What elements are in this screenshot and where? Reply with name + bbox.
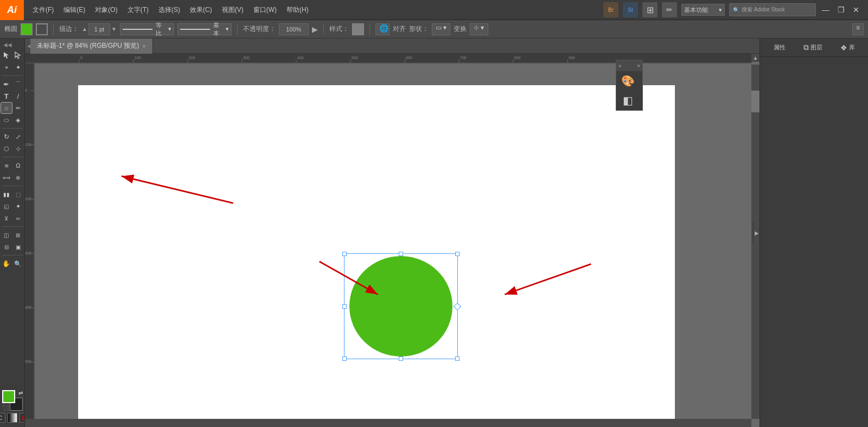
minimize-button[interactable]: — <box>820 4 831 15</box>
opacity-input[interactable] <box>279 23 309 35</box>
document-tab[interactable]: 未标题-1* @ 84% (RGB/GPU 预览) × <box>30 39 153 54</box>
artboard[interactable] <box>78 85 675 419</box>
menu-file[interactable]: 文件(F) <box>28 3 58 17</box>
workspace-dropdown[interactable]: 基本功能 ▾ <box>681 4 725 16</box>
svg-text:500: 500 <box>25 360 31 364</box>
magic-wand-tool[interactable]: ✦ <box>13 62 24 73</box>
handle-bottom-left[interactable] <box>342 356 347 361</box>
grid-view-button[interactable]: ⊞ <box>642 2 658 17</box>
handle-middle-left[interactable] <box>342 304 347 309</box>
slice-tool[interactable]: ◱ <box>1 201 12 212</box>
stock-button[interactable]: St <box>623 2 638 17</box>
fill-color-swatch[interactable] <box>21 23 33 35</box>
stroke-width-input[interactable] <box>88 23 110 35</box>
artboard-tool[interactable]: ⬚ <box>13 189 24 200</box>
menu-view[interactable]: 视图(V) <box>218 3 248 17</box>
tab-close-button[interactable]: × <box>142 43 145 49</box>
ellipse-shape[interactable] <box>349 256 452 356</box>
vertical-scrollbar-thumb[interactable] <box>751 91 760 112</box>
pen-tools: ✒ ⌒ <box>1 79 23 90</box>
scale-tool[interactable]: ⤢ <box>13 131 24 142</box>
curvature-tool[interactable]: ⌒ <box>13 79 24 90</box>
sep2 <box>237 24 238 35</box>
ellipse-tool[interactable]: ○ <box>1 103 12 113</box>
eyedropper-tool[interactable]: ✦ <box>13 201 24 212</box>
direct-selection-tool[interactable] <box>13 50 24 61</box>
horizontal-scrollbar-track[interactable] <box>25 419 751 427</box>
blob-brush-tool[interactable]: ⬭ <box>1 114 12 125</box>
opacity-expand[interactable]: ▶ <box>312 25 318 34</box>
zoom-tool[interactable]: 🔍 <box>13 258 24 269</box>
panel-expand-button[interactable]: ▶ <box>753 222 760 244</box>
selection-tool[interactable] <box>1 50 12 61</box>
transform-btn[interactable]: ⊹ ▾ <box>470 23 488 35</box>
color-panel-icon-btn[interactable]: 🎨 <box>616 71 639 91</box>
ellipse-container[interactable] <box>344 253 458 359</box>
shape-icon-btn[interactable]: ▭ ▾ <box>432 23 450 35</box>
libraries-panel-tab[interactable]: ❖ 库 <box>837 41 858 54</box>
toolbar-collapse[interactable]: ◀◀ <box>1 41 23 49</box>
dash-style-dropdown[interactable]: 基本 ▾ <box>177 23 232 35</box>
handle-top-center[interactable] <box>399 252 403 256</box>
menu-object[interactable]: 对象(O) <box>91 3 122 17</box>
handle-top-right[interactable] <box>455 252 459 256</box>
restore-button[interactable]: ❐ <box>835 4 846 15</box>
menu-effect[interactable]: 效果(C) <box>186 3 216 17</box>
brush-icon-button[interactable]: ✏ <box>662 2 677 17</box>
shaper-tool[interactable]: ⬡ <box>1 143 12 154</box>
type-tool[interactable]: T <box>1 91 12 101</box>
stroke-style-dropdown[interactable]: 等比 ▾ <box>120 23 174 35</box>
eraser-tool[interactable]: ◈ <box>13 114 24 125</box>
line-segment-tool[interactable]: / <box>13 91 24 101</box>
width-tool[interactable]: ⟺ <box>1 172 12 183</box>
reshape-tool[interactable]: ≋ <box>1 160 12 171</box>
scroll-up-button[interactable]: ▲ <box>751 54 760 62</box>
swap-colors-icon[interactable]: ⇄ <box>18 390 23 396</box>
pen-tool[interactable]: ✒ <box>1 79 12 90</box>
handle-middle-right[interactable] <box>454 302 461 310</box>
none-mode-btn[interactable]: ∅ <box>20 413 25 423</box>
stroke-down[interactable]: ▼ <box>111 26 117 32</box>
more-options-btn[interactable]: ≡ <box>852 23 864 35</box>
handle-bottom-right[interactable] <box>455 356 459 361</box>
free-transform-tool[interactable]: ⊹ <box>13 143 24 154</box>
foreground-color-swatch[interactable] <box>2 390 15 403</box>
live-paint-tool[interactable]: ⊟ <box>1 241 12 252</box>
hand-tool[interactable]: ✋ <box>1 258 12 269</box>
blend-tool[interactable]: ∞ <box>13 213 24 224</box>
column-graph-tool[interactable]: ▮▮ <box>1 189 12 200</box>
default-colors-icon[interactable]: ⬛ <box>2 405 9 411</box>
stroke-up[interactable]: ▲ <box>82 26 87 32</box>
mesh-tool[interactable]: ⊞ <box>13 230 24 240</box>
lasso-tool[interactable]: ⌖ <box>1 62 12 73</box>
menu-select[interactable]: 选择(S) <box>154 3 184 17</box>
tab-scroll-left[interactable]: ◀ <box>25 43 30 49</box>
menu-help[interactable]: 帮助(H) <box>282 3 313 17</box>
adobe-stock-search[interactable]: 🔍 搜索 Adobe Stock <box>729 3 816 16</box>
stroke-color-swatch[interactable] <box>36 23 48 35</box>
globe-icon-btn[interactable]: 🌐 <box>375 23 390 35</box>
close-button[interactable]: ✕ <box>851 4 861 15</box>
color-mode-btn[interactable]: C <box>0 413 5 423</box>
menu-edit[interactable]: 编辑(E) <box>59 3 90 17</box>
menu-text[interactable]: 文字(T) <box>123 3 153 17</box>
symbol-spray-tool[interactable]: ⊛ <box>13 172 24 183</box>
gradient-tool[interactable]: ◫ <box>1 230 12 240</box>
measure-tool[interactable]: ⊻ <box>1 213 12 224</box>
stroke-width-control: ▲ ▼ <box>82 23 117 35</box>
mini-panel-header[interactable]: » × <box>616 60 642 71</box>
left-toolbar: ◀◀ ⌖ ✦ ✒ ⌒ T / ○ ✏ ⬭ ◈ <box>0 39 25 427</box>
rotate-tool[interactable]: ↻ <box>1 131 12 142</box>
style-swatch[interactable] <box>352 23 364 35</box>
warp-tool[interactable]: Ω <box>13 160 24 171</box>
pencil-tool[interactable]: ✏ <box>13 103 24 113</box>
handle-bottom-center[interactable] <box>399 356 403 361</box>
handle-top-left[interactable] <box>342 252 347 256</box>
menu-window[interactable]: 窗口(W) <box>249 3 281 17</box>
layers-panel-tab[interactable]: ⧉ 图层 <box>800 41 826 54</box>
gradient-mode-btn[interactable] <box>8 413 17 423</box>
bridge-button[interactable]: Br <box>603 2 618 17</box>
attributes-panel-tab[interactable]: 属性 <box>770 41 789 54</box>
live-paint-select-tool[interactable]: ▣ <box>13 241 24 252</box>
appearance-panel-icon-btn[interactable]: ◧ <box>616 91 639 110</box>
